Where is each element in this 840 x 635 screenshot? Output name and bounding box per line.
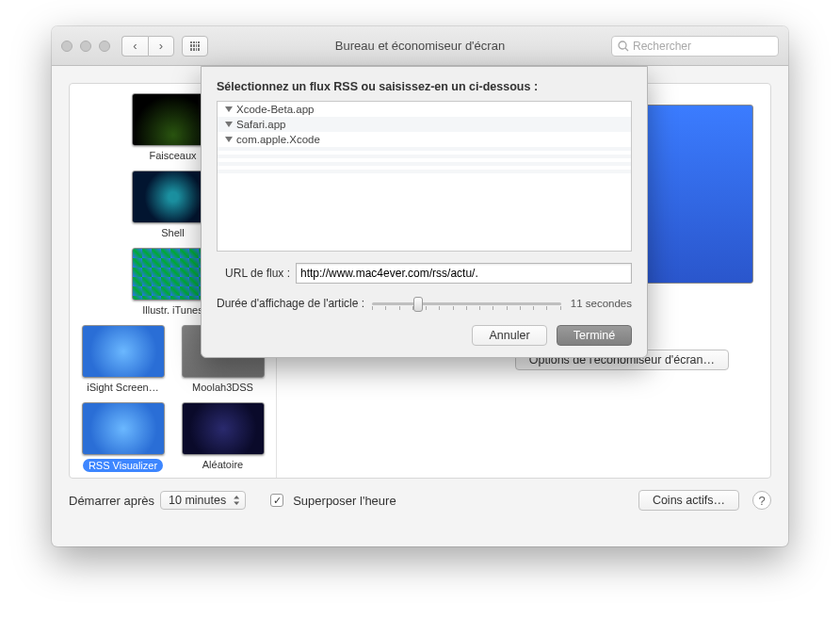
thumb-label: iSight Screen… (82, 382, 165, 393)
chevron-down-icon (225, 122, 233, 127)
slider-thumb[interactable] (413, 297, 423, 312)
help-button[interactable]: ? (752, 491, 771, 510)
overlay-clock-label: Superposer l'heure (293, 494, 396, 508)
list-item[interactable]: Safari.app (218, 117, 631, 132)
traffic-lights (61, 41, 110, 52)
close-icon[interactable] (61, 41, 73, 52)
thumbnail (182, 402, 265, 455)
rss-source-list[interactable]: Xcode-Beta.app Safari.app com.apple.Xcod… (217, 101, 632, 252)
list-item[interactable]: com.apple.Xcode (218, 132, 631, 147)
minimize-icon[interactable] (80, 41, 91, 52)
grid-icon (190, 41, 200, 51)
thumbnail (82, 325, 165, 378)
sheet-title: Sélectionnez un flux RSS ou saisissez-en… (217, 80, 632, 93)
back-button[interactable]: ‹ (121, 36, 148, 57)
start-after-label: Démarrer après (69, 494, 154, 508)
search-input[interactable]: Rechercher (611, 36, 779, 57)
chevron-down-icon (225, 137, 233, 142)
saver-isight[interactable]: iSight Screen… (82, 325, 165, 393)
nav-segment: ‹ › (121, 36, 174, 57)
svg-point-0 (619, 41, 626, 49)
prefs-window: ‹ › Bureau et économiseur d'écran Recher… (52, 26, 788, 546)
duration-slider[interactable] (372, 295, 561, 312)
titlebar: ‹ › Bureau et économiseur d'écran Recher… (52, 26, 788, 66)
feed-url-input[interactable] (296, 263, 632, 284)
window-body: Faisceaux Shell Illustr. iTunes iSight S… (52, 66, 788, 546)
thumb-label: RSS Visualizer (83, 459, 163, 472)
hot-corners-button[interactable]: Coins actifs… (638, 490, 739, 511)
thumbnail (82, 402, 165, 455)
svg-line-1 (625, 48, 628, 51)
url-label: URL de flux : (217, 267, 290, 280)
forward-button[interactable]: › (148, 36, 174, 57)
show-all-button[interactable] (182, 36, 208, 57)
saver-random[interactable]: Aléatoire (182, 402, 265, 476)
start-after-select[interactable]: 10 minutes (160, 491, 246, 510)
thumb-label: Aléatoire (182, 459, 265, 470)
list-item[interactable]: Xcode-Beta.app (218, 102, 631, 117)
duration-value: 11 secondes (571, 298, 632, 309)
search-icon (618, 41, 629, 52)
thumb-label: Moolah3DSS (182, 382, 265, 393)
duration-label: Durée d'affichage de l'article : (217, 297, 364, 310)
saver-rss[interactable]: RSS Visualizer (82, 402, 165, 476)
bottom-bar: Démarrer après 10 minutes Superposer l'h… (69, 490, 771, 511)
chevron-down-icon (225, 106, 233, 112)
zoom-icon[interactable] (99, 41, 110, 52)
search-placeholder: Rechercher (633, 40, 691, 53)
overlay-clock-checkbox[interactable] (270, 494, 283, 507)
done-button[interactable]: Terminé (557, 325, 632, 346)
cancel-button[interactable]: Annuler (472, 325, 547, 346)
rss-config-sheet: Sélectionnez un flux RSS ou saisissez-en… (201, 66, 648, 358)
